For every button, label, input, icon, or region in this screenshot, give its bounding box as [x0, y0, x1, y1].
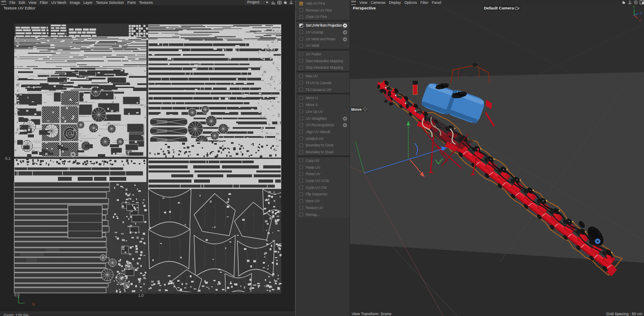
- svg-text:U: U: [32, 302, 35, 306]
- svg-text:Y: Y: [633, 5, 635, 9]
- svg-text:0,0: 0,0: [14, 293, 20, 297]
- svg-text:0,1: 0,1: [5, 156, 11, 161]
- svg-text:1,0: 1,0: [138, 293, 144, 298]
- svg-text:X: X: [639, 18, 641, 22]
- svg-text:Z: Z: [640, 11, 642, 15]
